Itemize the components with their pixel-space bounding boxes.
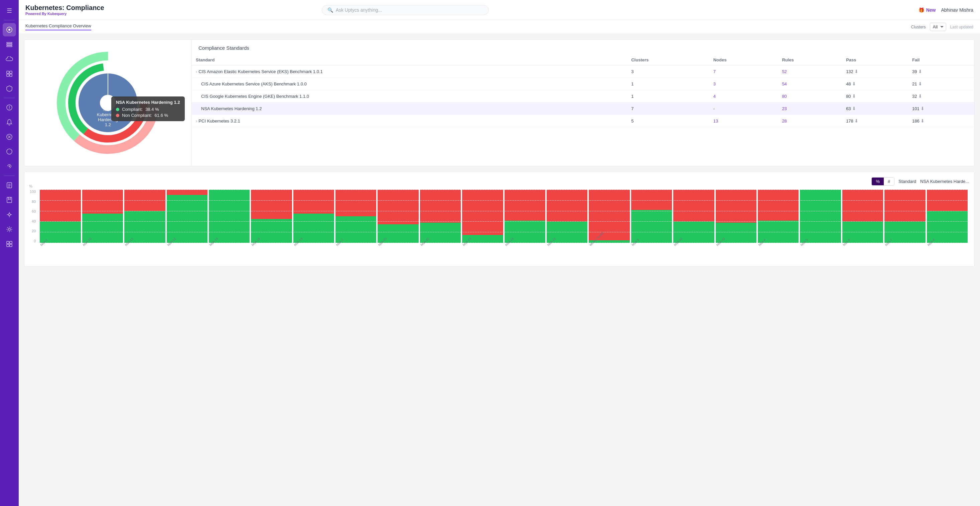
table-header-row: Standard Clusters Nodes Rules Pass Fail: [192, 55, 974, 65]
cluster-filter: Clusters All Last updated: [911, 23, 973, 31]
svg-rect-4: [7, 46, 12, 47]
table-row[interactable]: ›CIS Amazon Elastic Kubernetes Service (…: [192, 65, 974, 78]
bar-red: [758, 190, 799, 220]
standard-rules: 23: [778, 103, 842, 115]
bar-red: [336, 190, 376, 216]
col-pass: Pass: [842, 55, 908, 65]
svg-rect-3: [7, 44, 12, 45]
sidebar-item-integrations[interactable]: [3, 208, 16, 221]
table-row[interactable]: NSA Kubernetes Hardening 1.2 7 - 23 63 ⬇…: [192, 103, 974, 115]
svg-rect-2: [7, 43, 12, 43]
standard-pass: 132 ⬇: [842, 65, 908, 78]
svg-point-1: [8, 29, 10, 31]
search-placeholder: Ask Uptycs anything...: [336, 7, 382, 13]
table-row[interactable]: CIS Azure Kubernetes Service (AKS) Bench…: [192, 78, 974, 90]
view-toggle: % #: [872, 177, 894, 186]
bar-red: [927, 190, 968, 211]
standard-label: Standard: [899, 179, 916, 184]
svg-rect-18: [7, 241, 9, 244]
breadcrumb-bar: Kubernetes Compliance Overview Clusters …: [19, 20, 980, 34]
sidebar-menu-icon[interactable]: ☰: [3, 4, 16, 17]
standard-fail: 186 ⬇: [908, 115, 974, 127]
bar-red: [547, 190, 587, 222]
sidebar-item-vuln[interactable]: [3, 130, 16, 144]
standard-clusters: 1: [627, 90, 709, 103]
standards-table: Standard Clusters Nodes Rules Pass Fail …: [192, 55, 974, 127]
sidebar-item-dashboard[interactable]: [3, 23, 16, 36]
toggle-percent-btn[interactable]: %: [872, 178, 884, 185]
svg-point-10: [9, 108, 10, 109]
standard-pass: 63 ⬇: [842, 103, 908, 115]
standard-pass: 178 ⬇: [842, 115, 908, 127]
standards-panel: Compliance Standards Standard Clusters N…: [191, 40, 974, 166]
table-row[interactable]: CIS Google Kubernetes Engine (GKE) Bench…: [192, 90, 974, 103]
percent-symbol: %: [29, 184, 32, 188]
sidebar-item-threats[interactable]: [3, 101, 16, 114]
content-area: NSA Kubernetes Hardening 1.2 NSA Kuberne…: [19, 34, 980, 506]
page-title-block: Kubernetes: Compliance Powered By Kubequ…: [25, 4, 104, 16]
bar-red: [673, 190, 714, 222]
sidebar-item-compliance[interactable]: [3, 82, 16, 95]
sidebar-item-inventory[interactable]: [3, 67, 16, 81]
page-subtitle: Powered By Kubequery: [25, 12, 104, 16]
svg-point-17: [8, 228, 10, 230]
search-bar[interactable]: 🔍 Ask Uptycs anything...: [322, 5, 489, 15]
new-button[interactable]: 🎁 New: [918, 7, 936, 13]
toggle-count-btn[interactable]: #: [884, 178, 894, 185]
header: Kubernetes: Compliance Powered By Kubequ…: [19, 0, 980, 20]
page-title: Kubernetes: Compliance: [25, 4, 104, 12]
bar-chart-panel: % # Standard NSA Kubernetes Harde... 100…: [24, 171, 975, 266]
standard-rules: 28: [778, 115, 842, 127]
standard-name: NSA Kubernetes Hardening 1.2: [192, 103, 627, 115]
bar-red: [167, 190, 207, 195]
standard-clusters: 7: [627, 103, 709, 115]
bar-red: [885, 190, 925, 222]
bar-red: [420, 190, 461, 223]
standard-nodes: 13: [710, 115, 778, 127]
y-label-0: 0: [30, 239, 36, 243]
svg-rect-20: [7, 244, 9, 247]
sidebar-item-settings[interactable]: [3, 223, 16, 236]
standard-fail: 101 ⬇: [908, 103, 974, 115]
col-standard: Standard: [192, 55, 627, 65]
sidebar-item-assets[interactable]: [3, 38, 16, 51]
bar-red: [716, 190, 756, 223]
svg-text:Kubernetes: Kubernetes: [97, 112, 119, 117]
svg-rect-15: [7, 197, 12, 203]
bar-red: [631, 190, 672, 210]
sidebar-item-intel[interactable]: [3, 160, 16, 173]
sidebar-item-saved[interactable]: [3, 193, 16, 206]
svg-point-12: [7, 149, 12, 154]
donut-svg: NSA Kubernetes Hardening 1.2: [54, 49, 161, 156]
standard-fail: 21 ⬇: [908, 78, 974, 90]
standard-name: CIS Azure Kubernetes Service (AKS) Bench…: [192, 78, 627, 90]
col-nodes: Nodes: [710, 55, 778, 65]
svg-text:1.2: 1.2: [105, 122, 111, 127]
cluster-select[interactable]: All: [930, 23, 946, 31]
table-row[interactable]: ›PCI Kubernetes 3.2.1 5 13 28 178 ⬇ 186 …: [192, 115, 974, 127]
sidebar-item-iac[interactable]: [3, 145, 16, 158]
standard-rules: 80: [778, 90, 842, 103]
standard-value: NSA Kubernetes Harde...: [920, 179, 969, 184]
y-axis: 100 80 60 40 20 0: [30, 190, 36, 243]
standard-nodes: -: [710, 103, 778, 115]
sidebar-item-reports[interactable]: [3, 179, 16, 192]
bar-red: [504, 190, 545, 220]
svg-rect-6: [10, 71, 12, 73]
standards-tbody: ›CIS Amazon Elastic Kubernetes Service (…: [192, 65, 974, 127]
bars-wrapper: %: [38, 190, 969, 261]
standard-pass: 48 ⬇: [842, 78, 908, 90]
standard-clusters: 5: [627, 115, 709, 127]
standard-pass: 80 ⬇: [842, 90, 908, 103]
standard-name: ›CIS Amazon Elastic Kubernetes Service (…: [192, 65, 627, 78]
sidebar-item-more[interactable]: [3, 237, 16, 251]
svg-text:Hardening: Hardening: [98, 117, 118, 122]
svg-rect-7: [7, 74, 9, 76]
bar-red: [377, 190, 418, 224]
sidebar-item-alerts[interactable]: [3, 116, 16, 129]
donut-chart-area: NSA Kubernetes Hardening 1.2 NSA Kuberne…: [24, 40, 191, 166]
sidebar: ☰: [0, 0, 19, 506]
sidebar-item-cloud[interactable]: [3, 52, 16, 66]
col-rules: Rules: [778, 55, 842, 65]
svg-text:NSA: NSA: [103, 107, 113, 112]
